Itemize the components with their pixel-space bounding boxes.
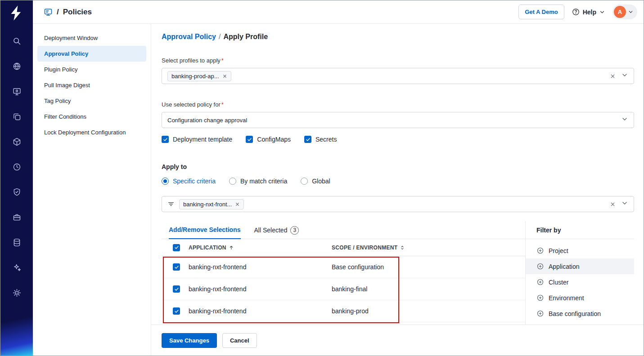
checkbox-checked-icon[interactable]	[246, 136, 253, 143]
cell-scope: banking-prod	[332, 307, 525, 315]
tab-label: Add/Remove Selections	[169, 226, 241, 233]
checkbox-checked-icon[interactable]	[162, 136, 169, 143]
radio-by-match-criteria[interactable]: By match criteria	[229, 178, 287, 185]
topbar-actions: Get A Demo Help A	[518, 4, 637, 19]
settings-gear-icon[interactable]	[8, 284, 26, 302]
radio-label: By match criteria	[240, 178, 287, 185]
stack-manager-icon[interactable]	[8, 233, 26, 251]
jobs-icon[interactable]	[8, 208, 26, 226]
cancel-button[interactable]: Cancel	[222, 333, 257, 348]
select-all-checkbox[interactable]	[173, 244, 180, 251]
selection-table-area: Add/Remove Selections All Selected 3	[162, 221, 525, 325]
filter-item-label: Cluster	[549, 279, 568, 286]
criteria-chip[interactable]: banking-nxt-front...	[179, 199, 244, 209]
checkbox-label: ConfigMaps	[257, 136, 291, 143]
filter-item-base-configuration[interactable]: Base configuration	[526, 306, 634, 321]
sidebar-item-pull-image-digest[interactable]: Pull Image Digest	[37, 77, 146, 93]
icon-rail	[0, 0, 33, 356]
topbar: / Policies Get A Demo Help A	[33, 0, 644, 24]
radio-unselected-icon[interactable]	[229, 178, 236, 185]
radio-unselected-icon[interactable]	[301, 178, 308, 185]
cell-application: banking-nxt-frontend	[189, 307, 332, 315]
filter-icon	[167, 200, 175, 208]
profiles-field-label: Select profiles to apply*	[162, 57, 634, 64]
radio-specific-criteria[interactable]: Specific criteria	[162, 178, 216, 185]
chevron-down-icon[interactable]	[621, 200, 628, 209]
sidebar-item-filter-conditions[interactable]: Filter Conditions	[37, 109, 146, 125]
radio-selected-icon[interactable]	[162, 178, 169, 185]
selection-section: Add/Remove Selections All Selected 3	[162, 221, 634, 325]
selection-tabs: Add/Remove Selections All Selected 3	[162, 221, 525, 239]
chevron-down-icon[interactable]	[621, 116, 628, 125]
chart-store-icon[interactable]	[8, 133, 26, 151]
sidebar-item-tag-policy[interactable]: Tag Policy	[37, 93, 146, 109]
sidebar-item-lock-deployment-configuration[interactable]: Lock Deployment Configuration	[37, 125, 146, 140]
page-body: Deployment Window Approval Policy Plugin…	[33, 24, 644, 356]
security-icon[interactable]	[8, 183, 26, 201]
chevron-down-icon[interactable]	[621, 71, 628, 80]
ai-sparkles-icon[interactable]	[8, 258, 26, 276]
build-deploy-icon[interactable]	[8, 158, 26, 176]
required-asterisk: *	[221, 57, 224, 64]
filter-by-title: Filter by	[526, 221, 634, 239]
deployments-icon[interactable]	[8, 82, 26, 100]
cell-scope: banking-final	[332, 285, 525, 293]
profiles-select[interactable]: banking-prod-ap...	[162, 68, 634, 84]
policy-for-field-label: Use selected policy for*	[162, 101, 634, 108]
filter-item-label: Project	[549, 247, 568, 254]
profiles-field-label-text: Select profiles to apply	[162, 57, 221, 64]
column-label: APPLICATION	[189, 245, 226, 251]
cell-scope: Base configuration	[332, 263, 525, 271]
chip-remove-icon[interactable]	[222, 74, 227, 79]
clear-selection-icon[interactable]	[610, 73, 616, 79]
checkbox-configmaps[interactable]: ConfigMaps	[246, 136, 291, 143]
checkbox-secrets[interactable]: Secrets	[304, 136, 337, 143]
page-title: Apply Profile	[223, 33, 268, 41]
policy-for-label-text: Use selected policy for	[162, 101, 221, 108]
checkbox-checked-icon[interactable]	[304, 136, 311, 143]
breadcrumb-approval-policy-link[interactable]: Approval Policy	[162, 33, 216, 41]
circle-plus-icon	[536, 278, 544, 286]
filter-item-application[interactable]: Application	[526, 258, 634, 274]
checkbox-deployment-template[interactable]: Deployment template	[162, 136, 232, 143]
column-header-scope-environment[interactable]: SCOPE / ENVIRONMENT	[332, 245, 525, 251]
chevron-down-icon	[628, 9, 634, 15]
table-row[interactable]: banking-nxt-frontend banking-prod	[162, 300, 525, 322]
table-row[interactable]: banking-nxt-frontend banking-final	[162, 278, 525, 300]
filter-item-cluster[interactable]: Cluster	[526, 274, 634, 290]
sidebar-item-plugin-policy[interactable]: Plugin Policy	[37, 62, 146, 77]
tab-all-selected[interactable]: All Selected 3	[254, 221, 299, 239]
applications-icon[interactable]	[8, 107, 26, 125]
policy-for-select[interactable]: Configuration change approval	[162, 112, 634, 128]
row-checkbox[interactable]	[173, 307, 180, 315]
circle-plus-icon	[536, 310, 544, 317]
policy-scope-checkboxes: Deployment template ConfigMaps Secrets	[162, 135, 634, 143]
breadcrumb-separator: /	[57, 8, 59, 17]
save-changes-button[interactable]: Save Changes	[162, 333, 217, 348]
table-row[interactable]: banking-nxt-frontend Base configuration	[162, 256, 525, 278]
breadcrumb-page-title: Policies	[63, 8, 92, 17]
column-header-application[interactable]: APPLICATION	[189, 245, 332, 251]
resource-browser-icon[interactable]	[8, 57, 26, 75]
cell-application: banking-nxt-frontend	[189, 285, 332, 293]
user-menu[interactable]: A	[612, 4, 637, 19]
criteria-filter-select[interactable]: banking-nxt-front...	[162, 196, 634, 212]
clear-selection-icon[interactable]	[610, 201, 616, 207]
tab-add-remove-selections[interactable]: Add/Remove Selections	[169, 221, 241, 239]
checkbox-label: Deployment template	[173, 136, 232, 143]
radio-global[interactable]: Global	[301, 178, 330, 185]
sidebar-item-deployment-window[interactable]: Deployment Window	[37, 30, 146, 46]
filter-item-environment[interactable]: Environment	[526, 290, 634, 306]
filter-item-project[interactable]: Project	[526, 243, 634, 258]
help-menu[interactable]: Help	[572, 8, 605, 16]
devtron-logo-icon[interactable]	[8, 4, 26, 22]
sidebar-item-approval-policy[interactable]: Approval Policy	[37, 46, 146, 62]
policies-subnav: Deployment Window Approval Policy Plugin…	[33, 24, 151, 356]
profile-chip[interactable]: banking-prod-ap...	[167, 71, 231, 81]
row-checkbox[interactable]	[173, 263, 180, 271]
row-checkbox[interactable]	[173, 285, 180, 293]
filter-item-label: Environment	[549, 294, 584, 302]
search-icon[interactable]	[8, 32, 26, 50]
chip-remove-icon[interactable]	[235, 202, 240, 207]
get-a-demo-button[interactable]: Get A Demo	[518, 4, 564, 19]
